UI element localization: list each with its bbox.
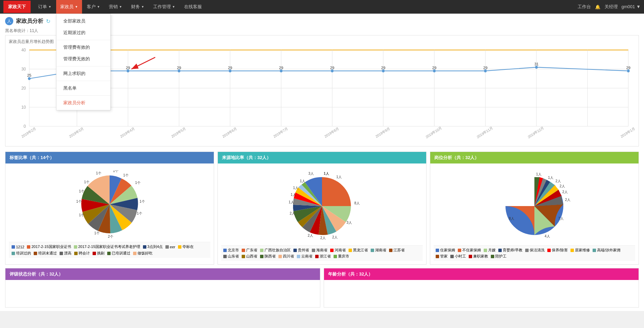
workspace-label[interactable]: 工作台 (578, 4, 591, 10)
svg-point-30 (331, 69, 334, 73)
svg-text:2人: 2人 (290, 212, 295, 215)
svg-text:40: 40 (21, 48, 26, 53)
svg-text:0: 0 (23, 124, 26, 129)
label-ratio-header: 标签比率（共：14个） (5, 152, 214, 163)
svg-text:2人: 2人 (556, 179, 561, 183)
legend-item: 山西省 (242, 254, 257, 259)
dropdown-blacklist[interactable]: 黑名单 (57, 82, 110, 94)
svg-text:1个: 1个 (135, 181, 141, 185)
svg-text:1人: 1人 (336, 175, 342, 179)
nav-customer[interactable]: 客户 ▼ (83, 0, 104, 14)
nav-work-management[interactable]: 工作管理 ▼ (149, 0, 179, 14)
legend-item: 已培训通过 (107, 251, 130, 256)
legend-color (74, 245, 77, 249)
svg-text:1个: 1个 (79, 213, 84, 217)
source-ratio-body: 1人 8人 3人 2人 2人 2人 2人 1人 1人 1人 1人 3人 1人 1… (218, 163, 426, 264)
svg-text:1个: 1个 (84, 180, 90, 184)
svg-text:2019年7月: 2019年7月 (273, 127, 288, 139)
svg-text:2019年9月: 2019年9月 (375, 127, 390, 139)
legend-item: 兼职家教 (469, 254, 488, 259)
position-analysis-panel: 岗位分析（共：32人） (430, 152, 639, 265)
legend-color (242, 249, 245, 252)
svg-text:2人: 2人 (560, 184, 565, 188)
svg-text:18人: 18人 (524, 192, 532, 197)
legend-item: 不住家保姆 (458, 248, 481, 253)
svg-text:29: 29 (432, 65, 436, 69)
divider (57, 81, 110, 81)
nav-online-service[interactable]: 在线客服 (180, 0, 206, 14)
svg-text:2019年11月: 2019年11月 (476, 126, 494, 139)
svg-text:1人: 1人 (289, 200, 294, 204)
svg-text:1个: 1个 (79, 189, 84, 193)
legend-item: 2017-2-15国家职业证书考试养老护理 (74, 244, 140, 249)
svg-text:8人: 8人 (509, 217, 514, 220)
legend-color (293, 249, 297, 252)
legend-color (223, 249, 227, 252)
source-legend: 北京市 广东省 广西壮族自治区 贵州省 海南省 河南省 黑龙江省 湖南省 江苏省… (221, 245, 423, 261)
logo[interactable]: 家政天下 (3, 1, 31, 13)
legend-color (178, 245, 181, 249)
legend-item: 陪护工 (491, 254, 506, 259)
age-header: 年龄分析（共：32人） (324, 268, 639, 280)
legend-color (242, 255, 245, 258)
dropdown-staff-analysis[interactable]: 家政员分析 (57, 97, 110, 109)
legend-item: 小时工 (450, 254, 466, 259)
dropdown-fee-valid[interactable]: 管理费有效的 (57, 42, 110, 53)
chevron-down-icon: ▼ (636, 4, 641, 9)
dropdown-online-job[interactable]: 网上求职的 (57, 68, 110, 79)
legend-item: 夺标在 (178, 244, 194, 249)
chevron-down-icon: ▼ (119, 5, 122, 9)
svg-point-29 (280, 69, 283, 73)
legend-color (484, 249, 487, 252)
svg-point-26 (127, 69, 129, 73)
legend-item: 湖南省 (371, 248, 386, 253)
legend-item: 育婴师/早教 (498, 248, 522, 253)
nav-staff[interactable]: 家政员 ▼ (56, 0, 82, 14)
dropdown-all-staff[interactable]: 全部家政员 (57, 15, 110, 27)
legend-color (450, 255, 454, 258)
legend-item: 江苏省 (389, 248, 405, 253)
svg-text:29: 29 (228, 65, 232, 69)
legend-color (469, 255, 472, 258)
nav-order[interactable]: 订单 ▼ (34, 0, 55, 14)
dropdown-fee-invalid[interactable]: 管理费无效的 (57, 53, 110, 65)
legend-item: 月嫂 (484, 248, 496, 253)
svg-text:29: 29 (483, 65, 487, 69)
legend-item: 北京市 (223, 248, 239, 253)
bottom-charts-row: 评级状态分析（共：32人） 年龄分析（共：32人） (5, 268, 639, 308)
legend-color (525, 249, 529, 252)
nav-finance[interactable]: 财务 ▼ (127, 0, 148, 14)
svg-text:1个: 1个 (123, 173, 129, 177)
notification-icon[interactable]: 🔔 (595, 4, 600, 10)
dropdown-recent-dispatch[interactable]: 近期派过的 (57, 27, 110, 38)
legend-item: 漂高 (60, 251, 71, 256)
legend-item: 保养/除害 (547, 248, 568, 253)
nav-marketing[interactable]: 营销 ▼ (105, 0, 126, 14)
refresh-icon[interactable]: ↻ (46, 18, 50, 25)
svg-text:29: 29 (279, 65, 283, 69)
legend-color (133, 252, 136, 255)
legend-item: 1212 (12, 244, 24, 249)
svg-point-27 (178, 69, 180, 73)
legend-color (278, 255, 282, 258)
legend-color (107, 252, 111, 255)
position-analysis-header: 岗位分析（共：32人） (430, 152, 639, 163)
manager-label: 关经理 gm001 ▼ (605, 4, 641, 10)
svg-text:1个: 1个 (96, 171, 101, 175)
svg-text:2019年8月: 2019年8月 (324, 127, 339, 139)
legend-color (223, 255, 227, 258)
divider (57, 95, 110, 96)
svg-text:2019年12月: 2019年12月 (527, 126, 545, 139)
svg-text:3人: 3人 (308, 172, 314, 175)
svg-text:1人: 1人 (536, 172, 542, 176)
legend-item: 贵州省 (293, 248, 309, 253)
legend-color (498, 249, 502, 252)
legend-color (260, 249, 263, 252)
svg-text:29: 29 (330, 65, 334, 69)
nav-staff-dropdown[interactable]: 家政员 ▼ 全部家政员 近期派过的 管理费有效的 管理费无效的 网上求职的 黑名… (56, 0, 82, 14)
legend-color (389, 249, 392, 252)
label-ratio-pie: 1个 1个 1个 1个 1个 2个 1个 1个 1个 1个 1个 1个 (72, 170, 147, 238)
legend-item: 广东省 (242, 248, 257, 253)
svg-text:1个: 1个 (76, 200, 82, 203)
svg-text:1个: 1个 (137, 212, 142, 215)
